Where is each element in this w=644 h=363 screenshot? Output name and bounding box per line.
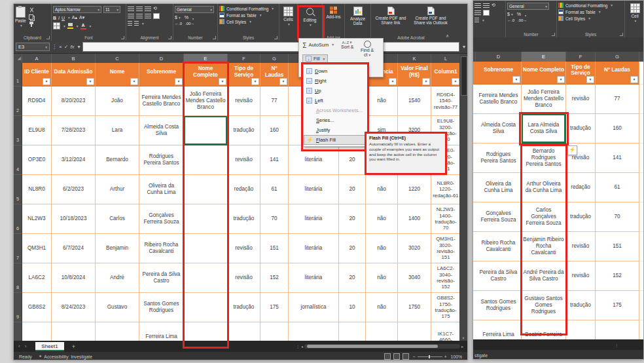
cell-nome[interactable] xyxy=(96,322,139,341)
cell-laudas[interactable] xyxy=(260,322,289,341)
increase-font-button[interactable]: A▴ xyxy=(72,15,77,20)
cell-column1[interactable]: LA6C2-3040-revisão-152 xyxy=(431,263,461,293)
cell-laudas[interactable]: 70 xyxy=(596,202,639,232)
cell-laudas[interactable]: 61 xyxy=(260,175,289,204)
page-layout-view-icon[interactable] xyxy=(393,353,400,360)
filter-icon[interactable]: ▼ xyxy=(422,78,430,85)
enter-icon[interactable]: ✓ xyxy=(64,45,69,50)
dialog-launcher-icon[interactable] xyxy=(121,36,124,39)
scroll-left-icon[interactable]: ◂ xyxy=(301,344,303,349)
cell-nome-completo[interactable] xyxy=(184,234,228,263)
editing-button[interactable]: Editing ▾ xyxy=(299,5,321,27)
increase-decimal-icon[interactable]: ←.0 xyxy=(175,22,182,26)
cell-id-cliente[interactable] xyxy=(22,322,52,341)
cell-nome-completo[interactable]: Benjamin Ribeiro Rocha Cavalcanti xyxy=(522,232,566,261)
cell-taxa[interactable]: 10 xyxy=(339,293,366,322)
merge-center-icon[interactable]: ▾ xyxy=(142,22,144,26)
cell-id-cliente[interactable]: NL2W3 xyxy=(22,204,52,234)
collapse-ribbon-icon[interactable]: ∧ xyxy=(446,33,449,39)
cell-sobrenome[interactable]: Rodrigues Pereira Santos xyxy=(139,145,184,175)
cell-valor-final[interactable]: 1220 xyxy=(398,175,431,204)
column-header-data-admissao[interactable]: Data Admissão▼ xyxy=(52,63,96,86)
cell-id-cliente[interactable]: EL9U8 xyxy=(22,116,52,145)
conditional-formatting-button[interactable]: Conditional Formatting xyxy=(226,7,268,11)
cell-nome[interactable]: Carlos xyxy=(96,204,139,234)
cell-urgencia[interactable]: não xyxy=(366,263,398,293)
fill-menu-item[interactable]: Down xyxy=(304,66,368,76)
cell-data-admissao[interactable]: 6/2/2023 xyxy=(52,175,96,204)
align-right-icon[interactable] xyxy=(145,14,151,18)
find-select-button[interactable]: Find &ct▾ xyxy=(361,41,374,57)
column-header-laudas[interactable]: Nº Laudas▼ xyxy=(260,63,289,86)
cell-valor-final[interactable]: 3020 xyxy=(398,234,431,263)
cell-nome-completo[interactable] xyxy=(184,263,228,293)
decrease-decimal-icon[interactable]: .00→ xyxy=(185,22,194,26)
next-sheet-icon[interactable]: › xyxy=(25,343,27,349)
fill-menu-item[interactable]: Left xyxy=(304,96,368,105)
filter-icon[interactable]: ▼ xyxy=(219,78,226,85)
decrease-font-button[interactable]: A▾ xyxy=(79,15,84,20)
underline-button[interactable]: U xyxy=(62,16,65,20)
cells-button[interactable]: Cell ▾ xyxy=(626,2,643,23)
percent-format-button[interactable]: % xyxy=(517,12,521,16)
currency-format-button[interactable]: $ xyxy=(175,15,177,20)
cell-sobrenome[interactable]: Oliveira da Cunha Lima xyxy=(476,173,522,202)
cell-nome-completo[interactable]: Arthur Oliveira da Cunha Lima xyxy=(522,173,566,202)
column-header-sobrenome[interactable]: Sobrenome▼ xyxy=(139,63,184,86)
sort-filter-button[interactable]: A↓Z▼Sort & xyxy=(341,41,353,49)
decrease-decimal-icon[interactable]: .00→ xyxy=(518,18,527,22)
bold-button[interactable]: B xyxy=(53,16,56,20)
dialog-launcher-icon[interactable] xyxy=(620,33,623,36)
column-header-tipo-servico[interactable]: Tipo de Serviço▼ xyxy=(566,62,596,85)
column-letter[interactable]: F xyxy=(566,52,596,62)
column-header-tipo-servico[interactable]: Tipo de Serviço▼ xyxy=(228,63,260,86)
column-header-column1[interactable]: Column1▼ xyxy=(431,63,461,86)
cell-taxa[interactable]: 20 xyxy=(339,204,366,234)
cell-tipo-servico[interactable]: redação xyxy=(228,175,260,204)
cell-id-cliente[interactable]: OP3E0 xyxy=(22,145,52,175)
cell-column1[interactable]: IK1C7-4660- xyxy=(431,322,461,341)
column-letter-selected[interactable]: E xyxy=(522,52,566,62)
filter-icon[interactable]: ▼ xyxy=(279,78,287,85)
align-middle-icon[interactable] xyxy=(136,7,143,11)
cell-urgencia[interactable]: não xyxy=(366,204,398,234)
column-header-laudas[interactable]: Nº Laudas▼ xyxy=(596,62,639,85)
cell-area[interactable]: jornalística xyxy=(289,293,339,322)
cells-button[interactable]: Cells ▾ xyxy=(281,5,296,26)
cell-tipo-servico[interactable]: redação xyxy=(566,173,596,202)
cell-tipo-servico[interactable]: tradução xyxy=(566,291,596,320)
column-letter[interactable]: L xyxy=(431,54,461,63)
align-top-icon[interactable] xyxy=(128,7,134,11)
cell-id-cliente[interactable]: RD9D4 xyxy=(22,86,52,116)
cell-taxa[interactable]: 20 xyxy=(339,175,366,204)
row-number[interactable]: 4 xyxy=(14,145,22,175)
cell-sobrenome[interactable]: Ferreira Mendes Castello Branco xyxy=(139,86,184,116)
cell-column1[interactable]: GB8S2-1750-tradução-175 xyxy=(431,293,461,322)
cell-nome-completo[interactable]: André Pereira da Silva Castro xyxy=(522,261,566,291)
dialog-launcher-icon[interactable] xyxy=(46,36,50,39)
cell-valor-final[interactable]: 3040 xyxy=(398,263,431,293)
cell-sobrenome[interactable]: Ribeiro Rocha Cavalcanti xyxy=(476,232,522,261)
column-letter[interactable]: D xyxy=(139,54,184,63)
dialog-launcher-icon[interactable] xyxy=(552,33,555,36)
cell-tipo-servico[interactable] xyxy=(228,322,260,341)
paste-button[interactable]: Paste ▾ xyxy=(15,5,26,28)
cell-nome-completo[interactable] xyxy=(184,116,228,145)
cell-data-admissao[interactable] xyxy=(52,322,96,341)
cell-styles-button[interactable]: Cell Styles xyxy=(565,16,585,21)
format-as-table-button[interactable]: Format as Table xyxy=(565,10,596,14)
cell-tipo-servico[interactable]: tradução xyxy=(228,116,260,145)
cell-sobrenome[interactable]: Santos Gomes Rodrigues xyxy=(139,293,184,322)
column-letter[interactable]: G xyxy=(260,54,289,63)
filter-icon[interactable]: ▼ xyxy=(86,78,94,85)
filter-icon[interactable]: ▼ xyxy=(557,76,565,83)
row-number[interactable]: 3 xyxy=(14,116,22,145)
cell-nome-completo[interactable]: Beatriz Ferreira xyxy=(522,320,566,339)
cell-data-admissao[interactable]: 3/12/2024 xyxy=(52,145,96,175)
accessibility-status[interactable]: Accessibility: Investigate xyxy=(44,354,92,359)
currency-format-button[interactable]: $ xyxy=(507,12,510,16)
prev-sheet-icon[interactable]: ‹ xyxy=(18,343,20,349)
cell-data-admissao[interactable]: 8/20/2023 xyxy=(52,86,96,116)
filter-icon[interactable]: ▼ xyxy=(130,78,138,85)
cell-id-cliente[interactable]: LA6C2 xyxy=(22,263,52,293)
